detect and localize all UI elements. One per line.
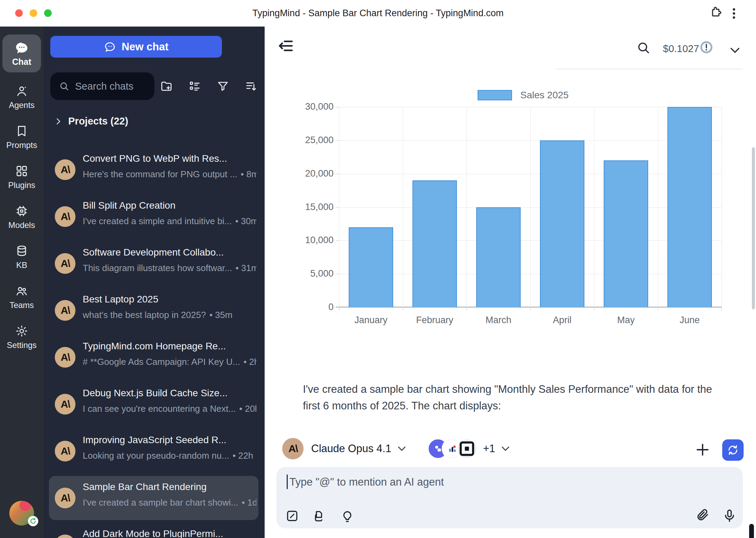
anthropic-logo-icon[interactable]: A\ [282,438,304,459]
x-tick [658,307,658,311]
gridline [722,107,722,307]
chat-preview: # **Google Ads Campaign: API Key U...• 2… [83,357,256,367]
model-selector[interactable]: Claude Opus 4.1 [311,442,391,455]
chat-list-item[interactable]: A\Bill Split App CreationI've created a … [43,193,265,240]
rail-item-settings[interactable]: Settings [0,317,43,357]
sort-icon[interactable] [245,80,258,93]
y-tick [336,207,339,208]
rail-item-kb[interactable]: KB [0,237,43,277]
rail-item-prompts[interactable]: Prompts [0,117,43,157]
chat-list-item[interactable]: A\Improving JavaScript Seeded R...Lookin… [43,428,265,475]
browser-menu-icon[interactable] [727,6,741,21]
chat-list-item[interactable]: A\TypingMind.com Homepage Re...# **Googl… [43,334,265,381]
rail-item-teams[interactable]: Teams [0,277,43,317]
chat-sidebar: New chat Search chats [43,27,265,538]
gridline [339,107,722,107]
plugins-selector[interactable] [427,438,478,459]
search-conversation-icon[interactable] [636,40,651,55]
chat-preview: I can see you're encountering a Next...•… [83,404,256,414]
rail-item-agents[interactable]: Agents [0,77,43,117]
message-input[interactable]: Type "@" to mention an AI agent [276,467,743,528]
credit-alert-icon [699,40,713,54]
chat-timestamp: • 35m [210,310,233,320]
collapse-sidebar-icon[interactable] [277,37,295,55]
models-icon [15,205,28,218]
search-placeholder: Search chats [75,81,133,92]
rail-item-label: Agents [9,100,35,110]
y-tick [336,274,339,274]
sync-status-icon [28,516,38,526]
pages-icon[interactable] [311,509,325,523]
rail-item-chat[interactable]: Chat [2,34,41,72]
window-title: TypingMind - Sample Bar Chart Rendering … [0,0,756,27]
x-tick [722,307,722,311]
chevron-down-icon[interactable] [500,443,511,454]
prompts-icon [15,124,28,138]
rail-item-plugins[interactable]: Plugins [0,157,43,197]
chat-list-item[interactable]: A\Debug Next.js Build Cache Size...I can… [43,381,265,428]
x-tick-label: January [337,315,406,326]
chat-list-item[interactable]: A\Best Laptop 2025what's the best laptop… [43,287,265,334]
y-tick [336,140,339,141]
chat-preview: what's the best laptop in 2025?• 35m [83,310,256,320]
y-tick-label: 10,000 [265,235,334,246]
regenerate-button[interactable] [722,439,744,461]
search-icon [59,81,70,92]
nav-rail: Chat Agents [0,27,43,538]
bulk-select-icon[interactable] [188,80,201,93]
text-caret [287,475,288,489]
account-avatar[interactable] [229,33,258,62]
knowledge-base-icon [15,245,28,258]
chat-title: TypingMind.com Homepage Re... [83,341,256,352]
teams-icon [15,285,28,298]
gridline [403,107,403,307]
rail-item-label: Teams [10,300,34,310]
paperclip-icon[interactable] [695,508,710,522]
chat-bubble-icon [14,40,29,56]
bar-may [604,160,648,307]
filter-icon[interactable] [216,80,229,93]
gridline [339,140,722,141]
chat-title: Best Laptop 2025 [83,294,256,305]
chat-preview: I've created a simple and intuitive bi..… [83,216,256,227]
chat-list-item[interactable]: A\Convert PNG to WebP with Res...Here's … [43,146,265,193]
user-avatar[interactable] [9,501,34,526]
rail-item-models[interactable]: Models [0,197,43,237]
y-tick [336,174,339,174]
chevron-down-icon[interactable] [396,443,407,454]
search-chats-input[interactable]: Search chats [50,72,154,100]
extensions-icon[interactable] [709,6,723,19]
projects-section-toggle[interactable]: Projects (22) [54,116,128,127]
x-tick-label: February [400,315,469,326]
chat-timestamp: • 30m [235,216,256,226]
new-chat-button[interactable]: New chat [50,36,222,58]
chart-legend: Sales 2025 [478,90,569,101]
y-tick [336,240,339,241]
bar-january [349,227,394,307]
agent-icon [15,84,28,98]
y-tick-label: 15,000 [265,202,334,212]
chat-list-item[interactable]: A\Software Development Collabo...This di… [43,240,265,287]
scrollbar-thumb[interactable] [752,147,755,309]
chat-list-item[interactable]: A\Add Dark Mode to PluginPermi... [43,521,265,538]
bar-february [412,180,457,307]
bar-march [476,207,521,308]
new-folder-icon[interactable] [160,80,173,93]
add-attachment-button[interactable] [695,442,711,458]
chat-preview: Here's the command for PNG output ...• 8… [83,169,256,180]
lightbulb-icon[interactable] [340,510,354,524]
chat-list-item[interactable]: A\Sample Bar Chart RenderingI've created… [43,475,265,521]
rail-item-label: KB [16,260,27,270]
scrollbar-thumb-dark[interactable] [749,524,754,538]
canvas-icon[interactable] [285,509,299,523]
chevron-right-icon [54,117,63,126]
chat-title: Convert PNG to WebP with Res... [83,153,256,164]
chevron-down-icon[interactable] [728,44,742,57]
more-plugins-count[interactable]: +1 [483,442,495,455]
credit-balance[interactable]: $0.1027 [663,43,699,54]
chat-preview: Looking at your pseudo-random nu...• 22h [83,450,256,461]
anthropic-logo-icon: A\ [55,253,75,274]
x-tick-label: June [655,315,724,326]
microphone-icon[interactable] [722,508,737,523]
anthropic-logo-icon: A\ [55,159,75,180]
